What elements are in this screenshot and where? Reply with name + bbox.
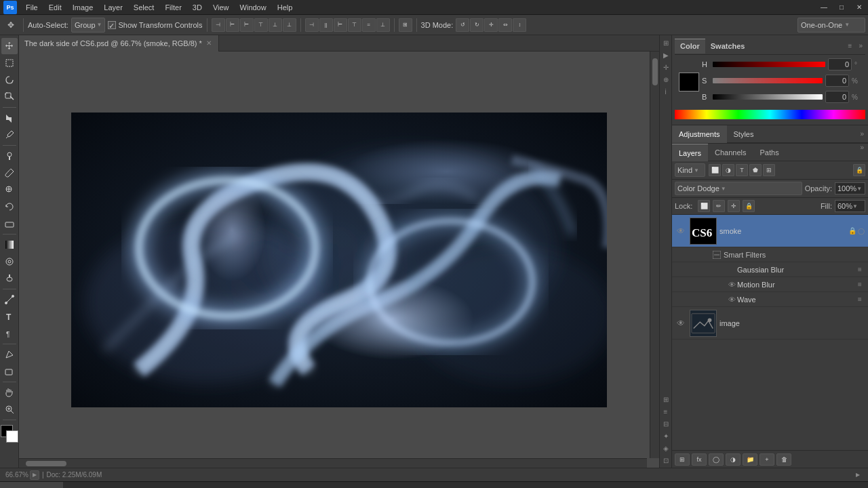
history-brush-tool[interactable]	[1, 199, 18, 215]
layers-menu-btn[interactable]: »	[856, 144, 868, 161]
filter-wave-settings[interactable]: ≡	[854, 294, 865, 305]
tab-close-button[interactable]: ✕	[205, 39, 213, 47]
menu-window[interactable]: Window	[235, 0, 272, 15]
color-tab[interactable]: Color	[675, 39, 705, 54]
s-value[interactable]: 0	[825, 75, 849, 87]
strip-btn-7[interactable]: ≡	[661, 407, 671, 416]
menu-image[interactable]: Image	[67, 0, 99, 15]
kind-filter[interactable]: Kind ▼	[675, 163, 705, 177]
filter-adjustment-btn[interactable]: ◑	[722, 164, 734, 176]
align-top-icon[interactable]: ⊤	[254, 18, 268, 32]
canvas-image[interactable]: CS6	[71, 113, 607, 407]
dist-center-h-icon[interactable]: ||	[319, 18, 333, 32]
3d-roll-icon[interactable]: ↻	[470, 18, 484, 32]
maximize-button[interactable]: □	[833, 0, 850, 15]
arrange-icon[interactable]: ⊞	[399, 18, 412, 32]
menu-3d[interactable]: 3D	[187, 0, 208, 15]
layer-fx-btn[interactable]: fx	[692, 453, 707, 466]
filter-motion[interactable]: 👁 Motion Blur ≡	[672, 277, 868, 292]
zoom-btn[interactable]: ▶	[30, 470, 39, 480]
lock-all-btn[interactable]: 🔒	[743, 200, 755, 212]
layer-link-btn[interactable]: ⊞	[675, 453, 690, 466]
align-center-h-icon[interactable]: ⊢	[226, 18, 239, 32]
strip-btn-6[interactable]: ⊞	[661, 394, 671, 404]
text-tool[interactable]: T	[1, 308, 18, 325]
dodge-tool[interactable]	[1, 270, 18, 287]
color-swatch-main[interactable]	[679, 73, 699, 92]
strip-btn-11[interactable]: ⊡	[661, 455, 671, 465]
align-middle-v-icon[interactable]: ⊥	[269, 18, 282, 32]
view-mode-select[interactable]: One-on-One ▼	[797, 18, 865, 33]
layer-adj-btn[interactable]: ◑	[726, 453, 741, 466]
shape-tool[interactable]	[1, 363, 18, 380]
dist-bottom-icon[interactable]: ⊥	[376, 18, 390, 32]
clone-tool[interactable]	[1, 182, 18, 198]
blur-tool[interactable]	[1, 253, 18, 270]
dist-top-icon[interactable]: ⊤	[348, 18, 361, 32]
close-button[interactable]: ✕	[850, 0, 868, 15]
paragraph-tool[interactable]: ¶	[1, 325, 18, 342]
hand-tool[interactable]	[1, 384, 18, 401]
3d-slide-icon[interactable]: ⇔	[498, 18, 512, 32]
strip-btn-5[interactable]: i	[661, 87, 671, 96]
dist-middle-v-icon[interactable]: =	[362, 18, 376, 32]
strip-btn-4[interactable]: ⊕	[661, 75, 671, 84]
filter-lock-icon[interactable]: 🔒	[853, 164, 865, 176]
crop-tool[interactable]	[1, 110, 18, 126]
dist-left-icon[interactable]: ⊣	[305, 18, 319, 32]
group-dropdown[interactable]: Group ▼	[71, 18, 106, 33]
filter-gaussian-settings[interactable]: ≡	[854, 264, 865, 275]
zoom-tool[interactable]	[1, 401, 18, 418]
transform-checkbox[interactable]: ✓	[108, 21, 116, 29]
color-boxes[interactable]	[1, 425, 18, 443]
wand-tool[interactable]	[1, 89, 18, 105]
swatches-tab[interactable]: Swatches	[705, 39, 751, 54]
layer-image[interactable]: 👁 image	[672, 307, 868, 340]
filter-gaussian-eye[interactable]	[726, 264, 737, 275]
lock-transparent-btn[interactable]: ⬜	[698, 200, 710, 212]
v-scrollbar[interactable]	[650, 52, 659, 458]
panel-collapse-btn[interactable]: ≡	[844, 42, 856, 49]
filter-motion-settings[interactable]: ≡	[854, 279, 865, 290]
opacity-value[interactable]: 100% ▼	[835, 182, 865, 195]
lasso-tool[interactable]	[1, 72, 18, 88]
layer-new-btn[interactable]: +	[760, 453, 774, 466]
move-tool[interactable]	[1, 38, 18, 54]
paths-tab[interactable]: Paths	[753, 144, 786, 161]
dist-right-icon[interactable]: ⊢	[334, 18, 347, 32]
pen-tool[interactable]	[1, 291, 18, 308]
align-left-icon[interactable]: ⊣	[212, 18, 225, 32]
layer-image-eye[interactable]: 👁	[675, 317, 687, 329]
color-spectrum[interactable]	[675, 110, 865, 119]
layer-smoke-eye[interactable]: 👁	[675, 225, 687, 237]
3d-rotate-icon[interactable]: ↺	[456, 18, 469, 32]
filter-smart-btn[interactable]: ⊞	[763, 164, 775, 176]
filter-wave-eye[interactable]: 👁	[726, 294, 737, 305]
menu-select[interactable]: Select	[128, 0, 160, 15]
menu-file[interactable]: File	[20, 0, 43, 15]
adjustments-tab[interactable]: Adjustments	[672, 125, 727, 143]
layer-mask-btn[interactable]: ◯	[709, 453, 724, 466]
v-scrollbar-thumb[interactable]	[652, 58, 658, 85]
marquee-tool[interactable]	[1, 55, 18, 71]
align-right-icon[interactable]: ⊢	[240, 18, 254, 32]
eyedropper-tool[interactable]	[1, 127, 18, 143]
menu-view[interactable]: View	[208, 0, 235, 15]
canvas-tab[interactable]: The dark side of CS6.psd @ 66.7% (smoke,…	[19, 35, 219, 52]
adj-menu-btn[interactable]: »	[856, 130, 868, 138]
fill-value[interactable]: 60% ▼	[835, 200, 865, 212]
b-slider[interactable]	[713, 94, 823, 100]
s-slider[interactable]	[713, 78, 823, 83]
layer-folder-btn[interactable]: 📁	[743, 453, 757, 466]
filter-type-btn[interactable]: T	[736, 164, 748, 176]
menu-help[interactable]: Help	[272, 0, 298, 15]
gradient-tool[interactable]	[1, 237, 18, 253]
path-select-tool[interactable]	[1, 346, 18, 363]
lock-pixels-btn[interactable]: ✏	[713, 200, 725, 212]
filter-wave[interactable]: 👁 Wave ≡	[672, 292, 868, 307]
strip-btn-9[interactable]: ✦	[661, 431, 671, 441]
move-tool-btn[interactable]: ✥	[3, 17, 19, 33]
zoom-indicator[interactable]: 66.67% ▶	[5, 470, 39, 480]
panel-menu-btn[interactable]: »	[856, 42, 865, 49]
filter-shape-btn[interactable]: ⬟	[749, 164, 762, 176]
